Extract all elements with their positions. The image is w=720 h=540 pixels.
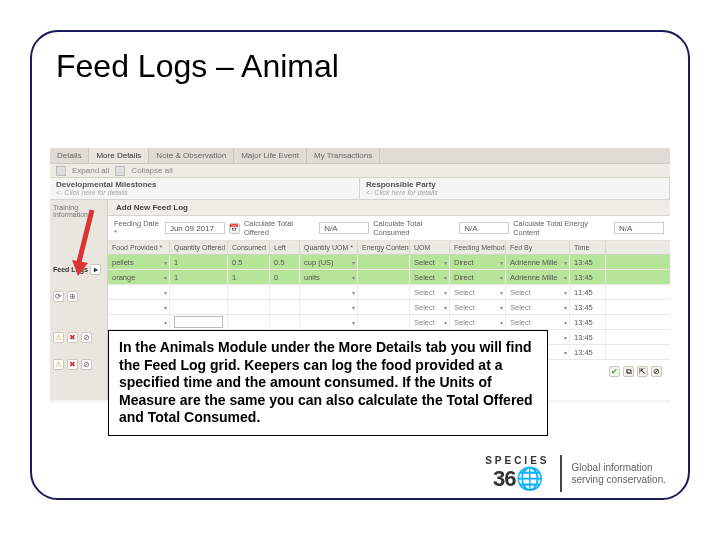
cell[interactable]: 11:45 xyxy=(570,285,606,299)
cell[interactable]: pellets xyxy=(108,255,170,269)
action-copy-icon[interactable]: ⧉ xyxy=(623,366,634,377)
cell[interactable]: Adrienne Mille xyxy=(506,255,570,269)
expand-all[interactable]: Expand all xyxy=(72,166,109,175)
cell[interactable]: Select xyxy=(410,255,450,269)
sidebar-item-feedlogs[interactable]: Feed Logs ▸ xyxy=(53,264,104,275)
sidebar-tool-icon[interactable]: ⊘ xyxy=(81,359,92,370)
cell[interactable]: Direct xyxy=(450,270,506,284)
cell[interactable]: 13:45 xyxy=(570,270,606,284)
col-uom: Quantity UOM * xyxy=(300,241,358,254)
table-row[interactable]: SelectSelectSelect13:45 xyxy=(108,315,670,330)
cell[interactable]: orange xyxy=(108,270,170,284)
cell[interactable] xyxy=(170,315,228,329)
cell: 0.5 xyxy=(270,255,300,269)
cell[interactable] xyxy=(170,300,228,314)
calendar-icon[interactable]: 📅 xyxy=(229,223,240,234)
cell[interactable]: Select xyxy=(506,300,570,314)
table-row[interactable]: SelectSelectSelect11:45 xyxy=(108,285,670,300)
cell[interactable] xyxy=(108,300,170,314)
cell xyxy=(270,285,300,299)
action-export-icon[interactable]: ⇱ xyxy=(637,366,648,377)
cell[interactable] xyxy=(228,285,270,299)
table-row[interactable]: SelectSelectSelect13:45 xyxy=(108,300,670,315)
cell[interactable] xyxy=(358,270,410,284)
cell[interactable] xyxy=(228,300,270,314)
cell[interactable]: 13:45 xyxy=(570,300,606,314)
cell[interactable]: Select xyxy=(450,300,506,314)
action-close-icon[interactable]: ⊘ xyxy=(651,366,662,377)
sidebar-item-training[interactable]: Training Information xyxy=(53,204,104,218)
cell[interactable] xyxy=(300,300,358,314)
col-fedby: Fed By xyxy=(506,241,570,254)
cell[interactable]: cup (US) xyxy=(300,255,358,269)
collapse-all[interactable]: Collapse all xyxy=(131,166,172,175)
col-time: Time xyxy=(570,241,606,254)
cell[interactable]: 13:45 xyxy=(570,345,606,359)
panel-milestones[interactable]: Developmental Milestones <- Click here f… xyxy=(50,178,360,200)
col-offered: Quantity Offered * xyxy=(170,241,228,254)
branding: SPECIES 36🌐 Global information serving c… xyxy=(485,455,666,492)
panel-milestones-hint: <- Click here for details xyxy=(56,189,353,196)
cell[interactable] xyxy=(108,315,170,329)
cell[interactable] xyxy=(170,285,228,299)
cell[interactable]: 1 xyxy=(170,255,228,269)
cell[interactable]: Select xyxy=(506,285,570,299)
cell[interactable]: 0.5 xyxy=(228,255,270,269)
col-consumed: Consumed xyxy=(228,241,270,254)
feeding-date-label: Feeding Date * xyxy=(114,219,161,237)
cell[interactable] xyxy=(358,285,410,299)
sidebar-tool-icon[interactable]: ⚠ xyxy=(53,332,64,343)
page-title: Feed Logs – Animal xyxy=(56,48,339,85)
cell[interactable]: Select xyxy=(410,315,450,329)
cell[interactable]: Select xyxy=(450,285,506,299)
sidebar-tool-icon[interactable]: ⚠ xyxy=(53,359,64,370)
cell xyxy=(270,300,300,314)
calc-offered-value: N/A xyxy=(319,222,369,234)
cell[interactable]: 13:45 xyxy=(570,255,606,269)
cell[interactable]: Select xyxy=(410,300,450,314)
cell[interactable]: 1 xyxy=(170,270,228,284)
cell[interactable] xyxy=(300,285,358,299)
cell[interactable]: 13:45 xyxy=(570,315,606,329)
feeding-date-input[interactable]: Jun 09 2017 xyxy=(165,222,225,234)
calc-row: Feeding Date * Jun 09 2017 📅 Calculate T… xyxy=(108,216,670,241)
expand-icon[interactable] xyxy=(56,166,66,176)
tab-details[interactable]: Details xyxy=(50,148,89,163)
col-left: Left xyxy=(270,241,300,254)
panel-responsible-hint: <- Click here for details xyxy=(366,189,663,196)
dialog-title: Add New Feed Log xyxy=(108,200,670,216)
table-row[interactable]: pellets10.50.5cup (US)SelectDirectAdrien… xyxy=(108,255,670,270)
cell[interactable] xyxy=(228,315,270,329)
cell[interactable] xyxy=(358,315,410,329)
cell[interactable] xyxy=(358,255,410,269)
tab-my-transactions[interactable]: My Transactions xyxy=(307,148,380,163)
tagline: Global information serving conservation. xyxy=(572,462,667,486)
cell[interactable]: Select xyxy=(410,270,450,284)
table-row[interactable]: orange110unitsSelectDirectAdrienne Mille… xyxy=(108,270,670,285)
cell[interactable]: Select xyxy=(410,285,450,299)
tab-more-details[interactable]: More Details xyxy=(89,148,149,163)
tab-major-life-event[interactable]: Major Life Event xyxy=(234,148,307,163)
cell[interactable]: Select xyxy=(506,315,570,329)
cell[interactable]: Direct xyxy=(450,255,506,269)
action-save-icon[interactable]: ✔ xyxy=(609,366,620,377)
panel-responsible[interactable]: Responsible Party <- Click here for deta… xyxy=(360,178,670,200)
cell[interactable]: 1 xyxy=(228,270,270,284)
cell[interactable] xyxy=(358,300,410,314)
sidebar-tool-icon[interactable]: ⟳ xyxy=(53,291,64,302)
calc-offered-label: Calculate Total Offered xyxy=(244,219,315,237)
sidebar-tool-icon[interactable]: ✖ xyxy=(67,332,78,343)
sidebar-tool-icon[interactable]: ✖ xyxy=(67,359,78,370)
calc-energy-label: Calculate Total Energy Content xyxy=(513,219,610,237)
cell[interactable]: Adrienne Mille xyxy=(506,270,570,284)
cell[interactable]: 13:45 xyxy=(570,330,606,344)
collapse-icon[interactable] xyxy=(115,166,125,176)
grid-header: Food Provided * Quantity Offered * Consu… xyxy=(108,241,670,255)
cell[interactable] xyxy=(108,285,170,299)
sidebar-tool-icon[interactable]: ⊕ xyxy=(67,291,78,302)
cell[interactable] xyxy=(300,315,358,329)
sidebar-tool-icon[interactable]: ⊘ xyxy=(81,332,92,343)
tab-note-observation[interactable]: Note & Observation xyxy=(149,148,234,163)
cell[interactable]: Select xyxy=(450,315,506,329)
cell[interactable]: units xyxy=(300,270,358,284)
